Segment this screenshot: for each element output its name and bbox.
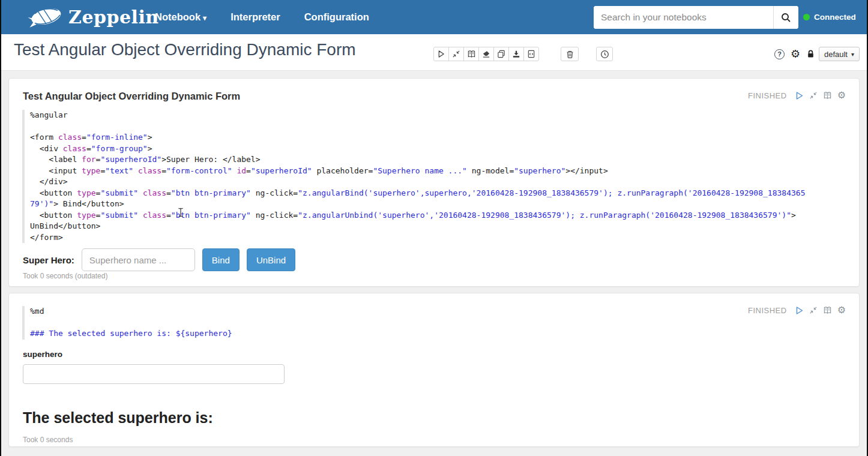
dynamic-form-output: Super Hero: Bind UnBind	[23, 248, 295, 271]
zeppelin-logo[interactable]: Zeppelin	[26, 4, 159, 30]
scheduler-clock-icon	[600, 50, 609, 59]
export-code-icon	[527, 50, 535, 58]
note-action-group	[433, 47, 539, 61]
export-note-icon	[512, 50, 520, 58]
code-content: %angular <form class="form-inline"> <div…	[30, 110, 846, 243]
search-box	[594, 6, 798, 29]
connected-dot-icon	[803, 14, 810, 20]
navbar: Zeppelin Notebook▾ Interpreter Configura…	[0, 0, 868, 34]
clear-output-button[interactable]	[478, 47, 494, 61]
trash-icon	[565, 50, 574, 59]
search-input[interactable]	[594, 6, 773, 29]
unbind-button[interactable]: UnBind	[247, 248, 295, 271]
settings-cog-icon[interactable]: ⚙	[837, 91, 846, 100]
show-editor-icon[interactable]	[823, 91, 832, 100]
chevron-down-icon: ▾	[203, 14, 206, 22]
window-border-left	[0, 0, 1, 456]
collapse-icon[interactable]	[809, 91, 818, 100]
connection-status-label: Connected	[814, 13, 856, 22]
superhero-form-label: superhero	[23, 350, 62, 359]
code-editor[interactable]: %angular <form class="form-inline"> <div…	[22, 110, 846, 243]
remove-note-button[interactable]	[561, 47, 579, 61]
run-all-icon	[437, 50, 445, 58]
note-settings-group: ? ⚙	[774, 47, 815, 61]
nav-interpreter[interactable]: Interpreter	[231, 11, 280, 23]
status-badge: FINISHED	[748, 91, 787, 100]
superhero-input[interactable]	[82, 248, 195, 271]
markdown-output-heading: The selected superhero is:	[23, 409, 213, 427]
paragraph-markdown: FINISHED ⚙ %md ### The selected superher…	[8, 293, 860, 447]
search-button[interactable]	[773, 6, 798, 29]
brand-title: Zeppelin	[68, 7, 159, 28]
clone-note-button[interactable]	[493, 47, 509, 61]
zeppelin-blimp-icon	[26, 4, 64, 30]
gear-icon[interactable]: ⚙	[791, 49, 800, 59]
scheduler-button[interactable]	[596, 47, 613, 61]
superhero-form-input[interactable]	[23, 364, 285, 384]
paragraph-angular-form: Test Angular Object Overriding Dynamic F…	[8, 78, 860, 287]
text-cursor	[178, 208, 184, 217]
interpreter-binding-button[interactable]: default▾	[819, 47, 860, 61]
clear-output-icon	[482, 50, 490, 58]
run-icon[interactable]	[795, 91, 804, 100]
note-header: Test Angular Object Overriding Dynamic F…	[0, 34, 868, 71]
show-hide-code-button[interactable]	[463, 47, 479, 61]
code-content: %md ### The selected superhero is: ${sup…	[30, 306, 846, 340]
show-hide-code-icon	[467, 50, 476, 58]
connection-status: Connected	[803, 0, 856, 34]
paragraph-status-bar: FINISHED ⚙	[748, 91, 846, 100]
main-nav: Notebook▾ Interpreter Configuration	[155, 0, 369, 34]
paragraph-title: Test Angular Object Overriding Dynamic F…	[23, 91, 240, 102]
collapse-icon	[452, 50, 460, 58]
collapse-button[interactable]	[448, 47, 464, 61]
lock-icon[interactable]	[806, 49, 815, 59]
search-icon	[781, 13, 791, 23]
clone-note-icon	[497, 50, 505, 58]
bind-button[interactable]: Bind	[202, 248, 240, 271]
nav-configuration[interactable]: Configuration	[304, 11, 369, 23]
run-all-button[interactable]	[433, 47, 449, 61]
chevron-down-icon: ▾	[851, 51, 854, 58]
note-title[interactable]: Test Angular Object Overriding Dynamic F…	[14, 40, 356, 59]
export-code-button[interactable]	[523, 47, 539, 61]
execution-time: Took 0 seconds	[23, 436, 73, 444]
help-icon[interactable]: ?	[774, 49, 785, 59]
nav-notebook[interactable]: Notebook▾	[155, 11, 206, 23]
export-note-button[interactable]	[508, 47, 524, 61]
execution-time: Took 0 seconds (outdated)	[23, 272, 107, 280]
code-editor[interactable]: %md ### The selected superhero is: ${sup…	[22, 306, 846, 340]
superhero-label: Super Hero:	[23, 255, 74, 265]
